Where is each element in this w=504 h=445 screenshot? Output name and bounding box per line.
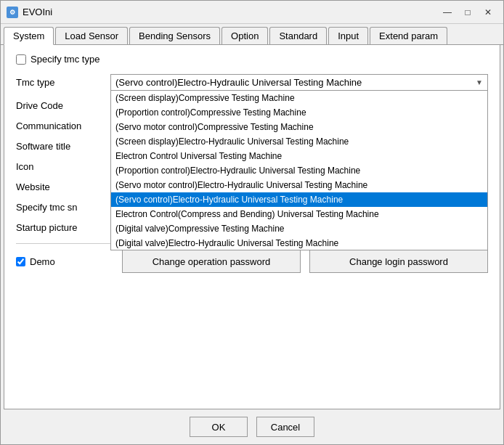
cancel-button[interactable]: Cancel — [256, 417, 314, 437]
dropdown-item-0[interactable]: (Screen display)Compressive Testing Mach… — [111, 91, 487, 105]
tab-system[interactable]: System — [4, 27, 54, 45]
dropdown-arrow-icon: ▼ — [476, 78, 483, 86]
dropdown-item-6[interactable]: (Servo motor control)Electro-Hydraulic U… — [111, 178, 487, 192]
dropdown-item-7[interactable]: (Servo control)Electro-Hydraulic Univers… — [111, 192, 487, 207]
dropdown-item-1[interactable]: (Proportion control)Compressive Testing … — [111, 105, 487, 120]
main-window: ⚙ EVOIni — □ ✕ System Load Sensor Bendin… — [0, 0, 504, 445]
dropdown-item-8[interactable]: Electron Control(Compress and Bending) U… — [111, 207, 487, 221]
demo-checkbox[interactable] — [16, 257, 25, 266]
demo-checkbox-group: Demo — [16, 256, 110, 267]
website-label: Website — [16, 181, 110, 192]
specify-tmc-sn-label: Specify tmc sn — [16, 202, 110, 213]
dropdown-item-3[interactable]: (Screen display)Electro-Hydraulic Univer… — [111, 134, 487, 149]
dropdown-item-10[interactable]: (Digital valve)Electro-Hydraulic Univers… — [111, 236, 487, 250]
dropdown-item-2[interactable]: (Servo motor control)Compressive Testing… — [111, 120, 487, 134]
communication-label: Communication — [16, 121, 110, 131]
change-login-password-button[interactable]: Change login password — [309, 250, 488, 273]
tab-extend-param[interactable]: Extend param — [370, 27, 447, 44]
tab-input[interactable]: Input — [328, 27, 368, 44]
ok-button[interactable]: OK — [190, 417, 248, 437]
software-title-label: Software title — [16, 141, 110, 152]
close-button[interactable]: ✕ — [479, 5, 497, 20]
minimize-button[interactable]: — — [438, 5, 457, 20]
dropdown-item-4[interactable]: Electron Control Universal Testing Machi… — [111, 149, 487, 163]
tab-standard[interactable]: Standard — [269, 27, 327, 44]
tab-bar: System Load Sensor Bending Sensors Optio… — [1, 24, 503, 45]
tab-load-sensor[interactable]: Load Sensor — [55, 27, 128, 44]
tmc-type-row: Tmc type (Servo control)Electro-Hydrauli… — [16, 72, 488, 92]
password-buttons-group: Change operation password Change login p… — [122, 250, 488, 273]
tmc-type-dropdown-header[interactable]: (Servo control)Electro-Hydraulic Univers… — [110, 74, 488, 91]
tmc-type-dropdown-list: (Screen display)Compressive Testing Mach… — [110, 91, 488, 250]
tmc-type-selected-value: (Servo control)Electro-Hydraulic Univers… — [115, 77, 362, 88]
app-icon-text: ⚙ — [9, 9, 15, 16]
drive-code-label: Drive Code — [16, 100, 110, 111]
tmc-type-control: (Servo control)Electro-Hydraulic Univers… — [110, 74, 488, 91]
window-controls: — □ ✕ — [438, 5, 497, 20]
tab-option[interactable]: Option — [221, 27, 268, 44]
specify-tmc-label: Specify tmc type — [31, 54, 99, 65]
tab-content: Specify tmc type Tmc type (Servo control… — [4, 45, 500, 409]
app-icon: ⚙ — [7, 7, 18, 18]
specify-tmc-checkbox-row: Specify tmc type — [16, 54, 488, 65]
title-bar: ⚙ EVOIni — □ ✕ — [1, 1, 503, 24]
icon-label: Icon — [16, 161, 110, 172]
tmc-type-dropdown: (Servo control)Electro-Hydraulic Univers… — [110, 74, 488, 91]
dropdown-item-5[interactable]: (Proportion control)Electro-Hydraulic Un… — [111, 163, 487, 178]
change-operation-password-button[interactable]: Change operation password — [122, 250, 301, 273]
demo-label: Demo — [30, 256, 55, 267]
tmc-type-label: Tmc type — [16, 77, 110, 88]
tab-bending-sensors[interactable]: Bending Sensors — [129, 27, 220, 44]
dropdown-item-9[interactable]: (Digital valve)Compressive Testing Machi… — [111, 221, 487, 236]
specify-tmc-checkbox[interactable] — [16, 54, 26, 65]
startup-picture-label: Startup picture — [16, 222, 110, 233]
window-title: EVOIni — [23, 7, 438, 17]
footer: OK Cancel — [1, 409, 503, 444]
demo-row: Demo Change operation password Change lo… — [16, 250, 488, 273]
maximize-button[interactable]: □ — [458, 5, 477, 20]
